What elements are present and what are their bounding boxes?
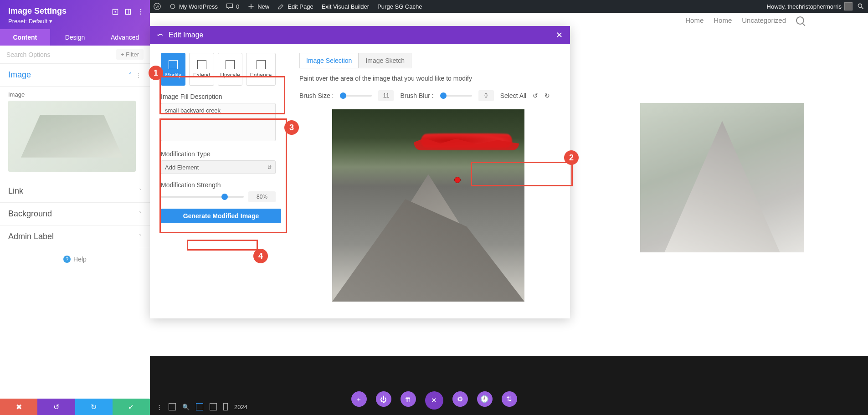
- strip-more-icon[interactable]: ⋮: [156, 404, 162, 410]
- undo-button[interactable]: ↺: [37, 399, 75, 415]
- pill-sort[interactable]: ⇅: [502, 391, 517, 407]
- strength-slider[interactable]: [161, 196, 244, 198]
- edit-page-link[interactable]: Edit Page: [277, 3, 313, 10]
- fill-label: Image Fill Description: [161, 93, 276, 100]
- section-admin-label[interactable]: Admin Label˅: [0, 225, 150, 248]
- redo-paint-icon[interactable]: ↻: [544, 92, 550, 99]
- nav-uncategorized[interactable]: Uncategorized: [742, 16, 786, 25]
- divi-bottom-strip: ⋮ 🔍 2024: [150, 399, 259, 415]
- wireframe-icon[interactable]: [169, 403, 176, 410]
- mod-type-label: Modification Type: [161, 150, 276, 158]
- chevron-up-icon: ˄: [129, 72, 132, 78]
- pill-power[interactable]: ⏻: [376, 391, 391, 407]
- filter-button[interactable]: + Filter: [116, 49, 144, 60]
- svg-point-10: [140, 14, 141, 15]
- section-more-icon[interactable]: ⋮: [135, 72, 142, 79]
- new-link[interactable]: New: [247, 3, 269, 10]
- nav-home2[interactable]: Home: [714, 16, 732, 25]
- section-background[interactable]: Background˅: [0, 203, 150, 225]
- tool-modify[interactable]: Modify: [161, 53, 185, 86]
- modal-title: Edit Image: [169, 31, 203, 39]
- nav-home[interactable]: Home: [685, 16, 704, 25]
- help-link[interactable]: ?Help: [0, 248, 150, 270]
- year-text: 2024: [234, 404, 247, 410]
- tool-extend[interactable]: Extend: [189, 53, 214, 86]
- section-link[interactable]: Link˅: [0, 180, 150, 203]
- svg-point-3: [858, 4, 862, 7]
- comments-link[interactable]: 0: [226, 3, 239, 10]
- image-canvas[interactable]: [332, 109, 524, 302]
- pill-history[interactable]: 🕘: [477, 391, 493, 407]
- site-name[interactable]: My WordPress: [169, 3, 218, 10]
- tab-image-sketch[interactable]: Image Sketch: [359, 53, 411, 68]
- tab-design[interactable]: Design: [50, 29, 100, 46]
- strength-value: 80%: [248, 191, 276, 202]
- exit-vb-link[interactable]: Exit Visual Builder: [322, 3, 370, 10]
- settings-preset[interactable]: Preset: Default ▾: [8, 18, 142, 25]
- upscale-icon: [226, 60, 235, 69]
- phone-icon[interactable]: [223, 403, 228, 410]
- close-icon[interactable]: ✕: [556, 30, 563, 40]
- section-image[interactable]: Image ˄ ⋮: [0, 64, 150, 87]
- redo-button[interactable]: ↻: [75, 399, 113, 415]
- expand-icon[interactable]: [112, 8, 119, 15]
- panel-icon[interactable]: [124, 8, 132, 15]
- svg-rect-6: [125, 9, 130, 14]
- more-icon[interactable]: [137, 8, 144, 15]
- fill-description-input[interactable]: [161, 103, 276, 141]
- brush-size-slider[interactable]: [340, 95, 372, 97]
- brush-size-value: 11: [378, 90, 394, 101]
- tool-enhance[interactable]: Enhance: [246, 53, 276, 86]
- extend-icon: [197, 60, 206, 69]
- undo-paint-icon[interactable]: ↺: [533, 92, 538, 99]
- search-input[interactable]: Search Options: [6, 51, 51, 58]
- tab-advanced[interactable]: Advanced: [100, 29, 150, 46]
- chevron-down-icon: ˅: [139, 188, 142, 195]
- enhance-icon: [257, 60, 266, 69]
- top-nav: Home Home Uncategorized: [685, 16, 804, 25]
- avatar: [844, 2, 853, 10]
- modify-icon: [169, 60, 178, 69]
- nav-search-icon[interactable]: [796, 16, 804, 25]
- svg-point-8: [140, 9, 141, 10]
- tool-row: Modify Extend Upscale Enhance: [161, 53, 276, 86]
- brush-blur-slider[interactable]: [440, 95, 472, 97]
- tab-image-selection[interactable]: Image Selection: [299, 53, 359, 68]
- edit-image-modal: ⤺ Edit Image ✕ Modify Extend Upscale Enh…: [150, 26, 570, 318]
- pill-close[interactable]: ✕: [425, 391, 443, 410]
- select-all-button[interactable]: Select All: [500, 92, 527, 99]
- image-thumbnail[interactable]: [8, 101, 136, 172]
- zoom-icon[interactable]: 🔍: [182, 404, 190, 410]
- back-icon[interactable]: ⤺: [157, 31, 163, 39]
- mod-type-select[interactable]: Add Element: [161, 160, 276, 174]
- instruction-text: Paint over the area of the image that yo…: [299, 75, 557, 82]
- image-settings-panel: Image Settings Preset: Default ▾ Content…: [0, 0, 150, 342]
- strength-label: Modification Strength: [161, 181, 276, 189]
- image-field-label: Image: [8, 91, 142, 98]
- howdy-user[interactable]: Howdy, thechristophermorris: [767, 2, 853, 10]
- svg-point-5: [114, 11, 116, 12]
- save-button[interactable]: ✓: [113, 399, 150, 415]
- modify-controls: Modify Extend Upscale Enhance Image Fill…: [150, 44, 287, 318]
- hero-image: [640, 103, 804, 252]
- pill-settings[interactable]: ⚙: [452, 391, 468, 407]
- settings-action-bar: ✖ ↺ ↻ ✓: [0, 399, 150, 415]
- pill-add[interactable]: +: [351, 391, 367, 407]
- wp-logo[interactable]: W: [154, 3, 161, 10]
- brush-blur-label: Brush Blur :: [400, 92, 433, 99]
- tab-content[interactable]: Content: [0, 29, 50, 46]
- divi-pill-bar: + ⏻ 🗑 ✕ ⚙ 🕘 ⇅: [351, 391, 517, 410]
- pill-trash[interactable]: 🗑: [401, 391, 416, 407]
- chevron-down-icon: ˅: [139, 211, 142, 217]
- search-icon[interactable]: [857, 3, 864, 10]
- purge-cache-link[interactable]: Purge SG Cache: [377, 3, 422, 10]
- tool-upscale[interactable]: Upscale: [218, 53, 242, 86]
- discard-button[interactable]: ✖: [0, 399, 37, 415]
- tablet-icon[interactable]: [210, 403, 217, 410]
- chevron-down-icon: ˅: [139, 234, 142, 240]
- brush-cursor: [454, 177, 461, 183]
- svg-text:W: W: [155, 5, 159, 9]
- generate-button[interactable]: Generate Modified Image: [161, 209, 281, 223]
- wp-admin-bar: W My WordPress 0 New Edit Page Exit Visu…: [150, 0, 868, 13]
- desktop-icon[interactable]: [196, 403, 203, 410]
